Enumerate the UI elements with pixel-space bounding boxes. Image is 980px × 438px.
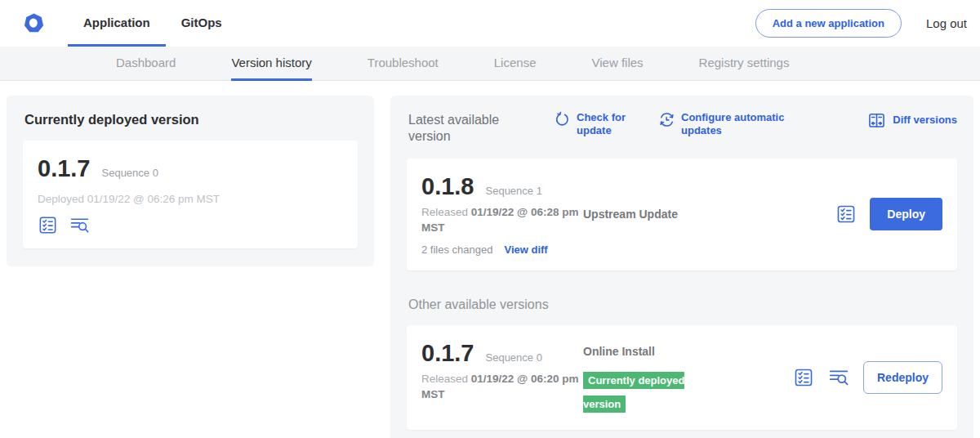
currently-deployed-badge: Currently deployed version xyxy=(583,372,684,413)
latest-sequence-label: Sequence 1 xyxy=(486,185,542,197)
latest-available-title: Latest available version xyxy=(408,112,524,145)
redeploy-button[interactable]: Redeploy xyxy=(863,361,942,394)
subnav-item-troubleshoot[interactable]: Troubleshoot xyxy=(368,47,439,81)
subnav-item-dashboard[interactable]: Dashboard xyxy=(116,47,176,81)
top-nav: Application GitOps Add a new application… xyxy=(0,0,980,47)
view-diff-link[interactable]: View diff xyxy=(504,244,547,256)
deployed-sequence-label: Sequence 0 xyxy=(102,167,158,179)
deploy-logs-icon[interactable] xyxy=(69,215,91,235)
logout-link[interactable]: Log out xyxy=(926,16,967,30)
version-history-page: Currently deployed version 0.1.7 Sequenc… xyxy=(0,81,980,438)
latest-released-timestamp: Released 01/19/22 @ 06:28 pm MST xyxy=(421,205,581,236)
subnav-item-registry-settings[interactable]: Registry settings xyxy=(699,47,790,81)
top-tabs: Application GitOps xyxy=(68,0,238,47)
other-source-label: Online Install xyxy=(583,345,655,358)
deploy-button[interactable]: Deploy xyxy=(870,198,942,230)
other-released-timestamp: Released 01/19/22 @ 06:20 pm MST xyxy=(421,372,581,403)
deployed-timestamp: Deployed 01/19/22 @ 06:26 pm MST xyxy=(38,193,343,205)
tab-application[interactable]: Application xyxy=(68,0,166,47)
latest-source-label: Upstream Update xyxy=(583,208,678,221)
other-version-number: 0.1.7 xyxy=(421,340,474,367)
app-sub-nav: Dashboard Version history Troubleshoot L… xyxy=(0,47,980,81)
currently-deployed-panel: Currently deployed version 0.1.7 Sequenc… xyxy=(7,96,374,266)
latest-version-number: 0.1.8 xyxy=(421,173,474,200)
other-sequence-label: Sequence 0 xyxy=(486,351,542,364)
version-row-latest: 0.1.8 Sequence 1 Released 01/19/22 @ 06:… xyxy=(407,159,957,270)
check-for-update-link[interactable]: Check for update xyxy=(554,111,630,138)
version-actions: Check for update Configure automatic upd… xyxy=(524,111,957,138)
add-application-button[interactable]: Add a new application xyxy=(755,9,902,38)
deployed-version-card: 0.1.7 Sequence 0 Deployed 01/19/22 @ 06:… xyxy=(23,141,358,248)
other-versions-heading: Other available versions xyxy=(408,297,957,312)
replicated-logo-icon xyxy=(23,12,45,34)
diff-versions-link[interactable]: Diff versions xyxy=(867,111,957,130)
available-versions-panel: Latest available version Check for updat… xyxy=(390,96,973,438)
subnav-item-view-files[interactable]: View files xyxy=(591,47,643,81)
clock-refresh-icon xyxy=(658,111,675,128)
files-changed-label: 2 files changed xyxy=(421,244,492,256)
subnav-item-license[interactable]: License xyxy=(494,47,537,81)
configure-automatic-updates-link[interactable]: Configure automatic updates xyxy=(658,111,786,138)
version-config-checklist-icon[interactable] xyxy=(793,367,814,388)
tab-gitops[interactable]: GitOps xyxy=(166,0,238,47)
diff-columns-icon xyxy=(867,111,886,130)
deployed-panel-title: Currently deployed version xyxy=(24,112,358,127)
version-config-checklist-icon[interactable] xyxy=(835,203,857,225)
deployed-version-number: 0.1.7 xyxy=(38,155,91,182)
deploy-logs-icon[interactable] xyxy=(827,367,850,388)
version-config-checklist-icon[interactable] xyxy=(38,215,58,235)
topnav-right: Add a new application Log out xyxy=(755,9,967,38)
version-row-other: 0.1.7 Sequence 0 Released 01/19/22 @ 06:… xyxy=(407,325,957,431)
subnav-item-version-history[interactable]: Version history xyxy=(231,47,311,81)
refresh-icon xyxy=(554,111,571,128)
